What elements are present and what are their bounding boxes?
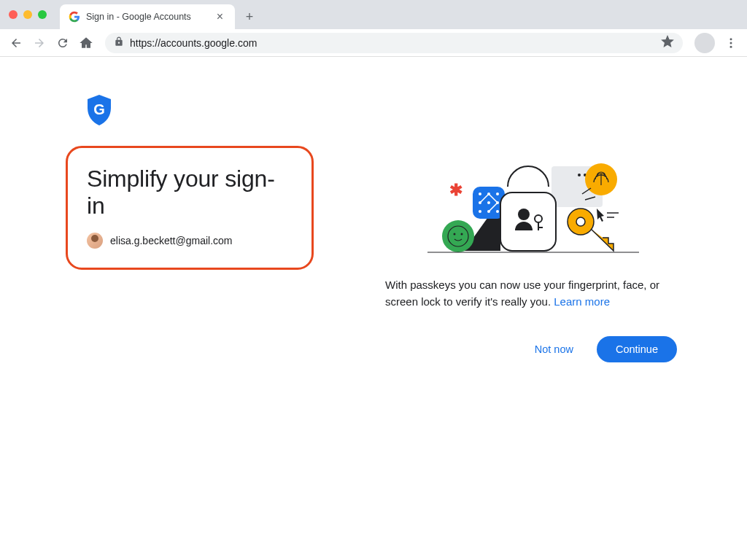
back-arrow-icon [9,36,23,50]
account-avatar [87,233,103,249]
forward-button[interactable] [29,33,50,53]
window-maximize-button[interactable] [38,10,47,19]
bookmark-star-icon[interactable] [661,35,674,51]
google-shield-icon: G [86,95,112,128]
svg-point-22 [496,192,499,195]
not-now-button[interactable]: Not now [523,336,585,362]
home-button[interactable] [76,33,96,53]
lock-icon [114,36,124,50]
google-favicon [69,11,80,23]
svg-point-20 [479,192,481,195]
passkey-illustration: ✱ [427,158,639,260]
account-email: elisa.g.beckett@gmail.com [110,235,233,246]
new-tab-button[interactable]: + [239,7,260,27]
vertical-dots-icon [724,36,738,50]
browser-menu-button[interactable] [721,33,741,53]
svg-text:✱: ✱ [449,181,462,199]
svg-point-24 [487,201,490,204]
back-button[interactable] [6,33,26,53]
svg-point-2 [730,45,732,47]
reload-icon [56,36,69,50]
tab-title: Sign in - Google Accounts [86,12,208,22]
browser-tab-strip: Sign in - Google Accounts × + [0,0,747,29]
passkey-description: With passkeys you can now use your finge… [385,277,677,310]
description-text: With passkeys you can now use your finge… [385,279,659,308]
profile-avatar-button[interactable] [694,33,715,53]
browser-tab[interactable]: Sign in - Google Accounts × [60,4,235,29]
browser-toolbar: https://accounts.google.com [0,29,747,57]
page-content: G Simplify your sign-in elisa.g.beckett@… [0,57,747,362]
window-controls [0,0,55,29]
button-row: Not now Continue [385,336,677,362]
window-minimize-button[interactable] [23,10,32,19]
home-icon [80,36,93,50]
continue-button[interactable]: Continue [597,336,677,362]
forward-arrow-icon [33,36,46,50]
svg-point-1 [730,42,732,44]
window-close-button[interactable] [9,10,18,19]
address-bar[interactable]: https://accounts.google.com [105,33,683,53]
right-panel: ✱ [343,146,681,362]
signin-highlight-box: Simplify your sign-in elisa.g.beckett@gm… [66,146,314,270]
account-chip[interactable]: elisa.g.beckett@gmail.com [87,233,293,249]
svg-point-13 [576,217,585,226]
reload-button[interactable] [53,33,73,53]
learn-more-link[interactable]: Learn more [554,295,610,308]
svg-rect-29 [500,192,556,251]
svg-point-14 [442,220,474,252]
svg-point-5 [578,174,581,176]
svg-point-17 [461,233,463,236]
svg-point-28 [496,210,499,213]
svg-point-26 [479,210,481,213]
svg-point-16 [454,233,456,236]
svg-text:G: G [93,101,105,117]
page-headline: Simplify your sign-in [87,166,293,219]
url-text: https://accounts.google.com [130,37,655,49]
tab-close-icon[interactable]: × [214,10,226,23]
svg-point-0 [730,38,732,40]
svg-point-30 [518,209,530,220]
